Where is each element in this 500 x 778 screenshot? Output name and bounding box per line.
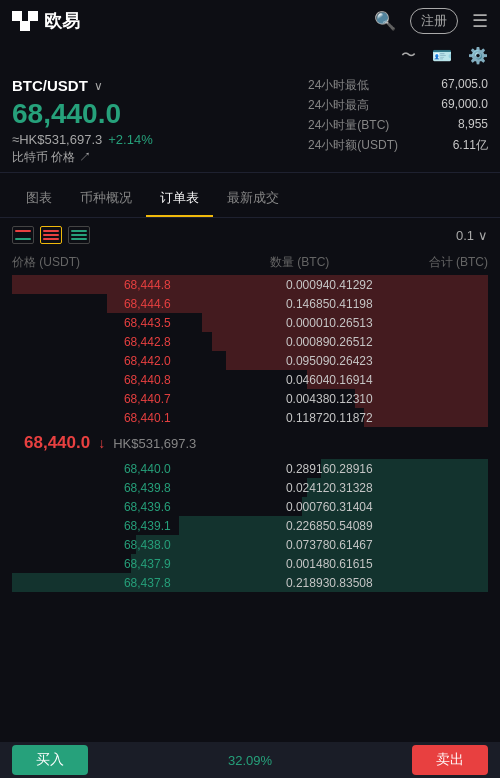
stat-value: 69,000.0 — [398, 97, 488, 114]
bid-row[interactable]: 68,437.80.218930.83508 — [12, 573, 488, 592]
bid-row[interactable]: 68,439.80.024120.31328 — [12, 478, 488, 497]
bid-price: 68,437.8 — [12, 576, 171, 590]
ask-row[interactable]: 68,444.80.000940.41292 — [12, 275, 488, 294]
ask-row[interactable]: 68,444.60.146850.41198 — [12, 294, 488, 313]
ob-header-col-2: 合计 (BTC) — [329, 254, 488, 271]
stat-value: 67,005.0 — [398, 77, 488, 94]
tab-币种概况[interactable]: 币种概况 — [66, 183, 146, 217]
svg-rect-2 — [20, 21, 30, 31]
ask-price: 68,444.6 — [12, 297, 171, 311]
bid-amount: 0.00148 — [171, 557, 330, 571]
bid-row[interactable]: 68,439.60.000760.31404 — [12, 497, 488, 516]
header-actions: 🔍 注册 ☰ — [374, 8, 488, 34]
pair-name[interactable]: BTC/USDT — [12, 77, 88, 94]
bids-list: 68,440.00.289160.2891668,439.80.024120.3… — [12, 459, 488, 592]
ask-price: 68,440.1 — [12, 411, 171, 425]
price-change: +2.14% — [108, 132, 152, 147]
bid-row[interactable]: 68,439.10.226850.54089 — [12, 516, 488, 535]
bid-total: 0.83508 — [329, 576, 488, 590]
orderbook-header: 价格 (USDT)数量 (BTC)合计 (BTC) — [12, 252, 488, 275]
stat-value: 6.11亿 — [398, 137, 488, 154]
ask-row[interactable]: 68,440.70.004380.12310 — [12, 389, 488, 408]
pair-link[interactable]: 比特币 价格 ↗ — [12, 149, 153, 166]
ask-price: 68,440.7 — [12, 392, 171, 406]
bid-total: 0.28916 — [329, 462, 488, 476]
sell-button[interactable]: 卖出 — [412, 745, 488, 775]
ask-row[interactable]: 68,440.80.046040.16914 — [12, 370, 488, 389]
settings-icon[interactable]: ⚙️ — [468, 46, 488, 65]
buy-button[interactable]: 买入 — [12, 745, 88, 775]
chart-line-icon[interactable]: 〜 — [401, 46, 416, 65]
bid-price: 68,438.0 — [12, 538, 171, 552]
bid-row[interactable]: 68,438.00.073780.61467 — [12, 535, 488, 554]
ask-total: 0.12310 — [329, 392, 488, 406]
bid-row[interactable]: 68,440.00.289160.28916 — [12, 459, 488, 478]
view-bids-icon[interactable] — [68, 226, 90, 244]
price-section: BTC/USDT ∨ 68,440.0 ≈HK$531,697.3 +2.14%… — [0, 69, 500, 173]
bid-amount: 0.28916 — [171, 462, 330, 476]
ask-amount: 0.11872 — [171, 411, 330, 425]
percentage-label: 32.09% — [228, 753, 272, 768]
chevron-down-icon: ∨ — [478, 228, 488, 243]
ask-amount: 0.00089 — [171, 335, 330, 349]
svg-rect-1 — [28, 11, 38, 21]
ask-amount: 0.09509 — [171, 354, 330, 368]
bid-amount: 0.07378 — [171, 538, 330, 552]
bid-amount: 0.00076 — [171, 500, 330, 514]
tabs: 图表币种概况订单表最新成交 — [0, 173, 500, 218]
ask-amount: 0.14685 — [171, 297, 330, 311]
header: 欧易 🔍 注册 ☰ — [0, 0, 500, 42]
ask-price: 68,443.5 — [12, 316, 171, 330]
ask-amount: 0.00438 — [171, 392, 330, 406]
bottom-bar: 买入 32.09% 卖出 — [0, 742, 500, 778]
ask-total: 0.41292 — [329, 278, 488, 292]
register-button[interactable]: 注册 — [410, 8, 458, 34]
bid-total: 0.31404 — [329, 500, 488, 514]
menu-icon[interactable]: ☰ — [472, 10, 488, 32]
precision-selector[interactable]: 0.1 ∨ — [456, 228, 488, 243]
ask-amount: 0.04604 — [171, 373, 330, 387]
ask-row[interactable]: 68,442.80.000890.26512 — [12, 332, 488, 351]
ask-amount: 0.00001 — [171, 316, 330, 330]
bid-price: 68,439.8 — [12, 481, 171, 495]
ask-total: 0.16914 — [329, 373, 488, 387]
mid-price: 68,440.0 — [24, 433, 90, 453]
bid-amount: 0.22685 — [171, 519, 330, 533]
asks-list: 68,444.80.000940.4129268,444.60.146850.4… — [12, 275, 488, 427]
ask-total: 0.26513 — [329, 316, 488, 330]
logo-text: 欧易 — [44, 9, 80, 33]
bid-row[interactable]: 68,437.90.001480.61615 — [12, 554, 488, 573]
bid-price: 68,439.6 — [12, 500, 171, 514]
hk-price: ≈HK$531,697.3 — [12, 132, 102, 147]
main-price: 68,440.0 — [12, 98, 153, 130]
ob-header-col-1: 数量 (BTC) — [171, 254, 330, 271]
tab-图表[interactable]: 图表 — [12, 183, 66, 217]
search-icon[interactable]: 🔍 — [374, 10, 396, 32]
ask-amount: 0.00094 — [171, 278, 330, 292]
ask-row[interactable]: 68,440.10.118720.11872 — [12, 408, 488, 427]
ask-row[interactable]: 68,442.00.095090.26423 — [12, 351, 488, 370]
bid-price: 68,437.9 — [12, 557, 171, 571]
ask-price: 68,442.0 — [12, 354, 171, 368]
ask-total: 0.26512 — [329, 335, 488, 349]
ask-price: 68,442.8 — [12, 335, 171, 349]
ask-total: 0.11872 — [329, 411, 488, 425]
stat-label: 24小时额(USDT) — [308, 137, 398, 154]
stat-value: 8,955 — [398, 117, 488, 134]
pair-dropdown-icon[interactable]: ∨ — [94, 79, 103, 93]
logo: 欧易 — [12, 9, 80, 33]
card-icon[interactable]: 🪪 — [432, 46, 452, 65]
sub-header: 〜 🪪 ⚙️ — [0, 42, 500, 69]
bid-total: 0.54089 — [329, 519, 488, 533]
ask-row[interactable]: 68,443.50.000010.26513 — [12, 313, 488, 332]
ask-total: 0.26423 — [329, 354, 488, 368]
view-both-icon[interactable] — [12, 226, 34, 244]
view-asks-icon[interactable] — [40, 226, 62, 244]
mid-price-row: 68,440.0 ↓ HK$531,697.3 — [12, 427, 488, 459]
bid-total: 0.31328 — [329, 481, 488, 495]
ob-header-col-0: 价格 (USDT) — [12, 254, 171, 271]
stats-grid: 24小时最低67,005.024小时最高69,000.024小时量(BTC)8,… — [308, 77, 488, 154]
tab-最新成交[interactable]: 最新成交 — [213, 183, 293, 217]
bid-total: 0.61615 — [329, 557, 488, 571]
tab-订单表[interactable]: 订单表 — [146, 183, 213, 217]
